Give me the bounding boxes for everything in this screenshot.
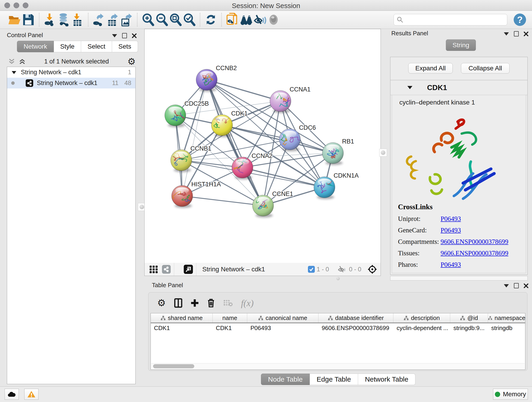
table-row[interactable]: CDK1CDK1P064939606.ENSP00000378699cyclin… (151, 323, 525, 333)
tab-string[interactable]: String (446, 39, 476, 51)
table-cell[interactable]: P06493 (247, 323, 318, 333)
crosslink-link[interactable]: P06493 (441, 261, 461, 268)
crosslink-link[interactable]: P06493 (441, 215, 461, 223)
panel-menu-icon[interactable] (504, 32, 509, 36)
zoom-fit-button[interactable] (169, 13, 182, 27)
column-header-shared-name[interactable]: shared name (151, 313, 213, 323)
network-from-selection-button[interactable] (225, 13, 239, 27)
birdseye-view-icon[interactable] (184, 265, 193, 274)
crosslink-link[interactable]: P06493 (441, 226, 461, 234)
search-field[interactable] (394, 14, 507, 26)
column-header-name[interactable]: name (213, 313, 247, 323)
network-node-CCNE1[interactable]: CCNE1 (253, 191, 293, 217)
grid-view-icon[interactable] (149, 265, 158, 274)
results-scroll-strip[interactable] (390, 276, 528, 281)
show-columns-icon[interactable] (174, 298, 182, 308)
export-table-button[interactable] (106, 13, 120, 27)
table-cell[interactable]: stringdb (488, 323, 525, 333)
entry-expander-icon[interactable] (407, 85, 413, 90)
scrollbar-thumb[interactable] (153, 364, 194, 368)
network-edge[interactable] (182, 196, 263, 206)
crosslink-link[interactable]: 9606.ENSP00000378699 (441, 249, 508, 257)
network-node-CCNB1[interactable]: CCNB1 (170, 145, 211, 172)
column-header--id[interactable]: @id (450, 313, 488, 323)
table-cell[interactable]: CDK1 (213, 323, 247, 333)
column-header-description[interactable]: description (393, 313, 450, 323)
network-collection-row[interactable]: String Network – cdk1 1 (7, 67, 135, 78)
panel-menu-icon[interactable] (112, 34, 117, 37)
help-button[interactable]: ? (514, 13, 526, 26)
export-image-button[interactable] (120, 13, 133, 27)
network-canvas[interactable]: CCNB2CCNA1CDC25BCDK1CDC6RB1CCNB1CCNA2CDK… (144, 29, 381, 263)
open-session-button[interactable] (8, 13, 22, 27)
float-panel-icon[interactable] (514, 31, 519, 36)
import-table-button[interactable] (70, 13, 84, 27)
table-cell[interactable]: 9606.ENSP00000378699 (318, 323, 393, 333)
table-cell[interactable]: CDK1 (151, 323, 213, 333)
delete-column-icon[interactable] (207, 298, 215, 308)
import-network-file-button[interactable] (43, 13, 57, 27)
expander-icon[interactable] (11, 70, 17, 75)
zoom-in-button[interactable] (141, 13, 155, 27)
selected-nodes-checkbox[interactable] (308, 266, 315, 273)
panel-menu-icon[interactable] (504, 284, 509, 287)
memory-button[interactable]: Memory (493, 389, 528, 400)
tab-sets[interactable]: Sets (112, 41, 138, 52)
close-panel-icon[interactable] (524, 283, 528, 288)
cloud-status-button[interactable] (5, 389, 19, 400)
export-network-button[interactable] (92, 13, 106, 27)
hide-selected-button[interactable] (253, 13, 267, 27)
network-options-gear-icon[interactable]: ⚙ (127, 58, 136, 65)
node-label: CCNA2 (252, 153, 273, 159)
network-view-icon[interactable] (162, 265, 171, 274)
tab-node-table[interactable]: Node Table (261, 374, 310, 385)
close-panel-icon[interactable] (132, 33, 137, 38)
first-neighbors-button[interactable] (239, 13, 253, 27)
table-options-gear-icon[interactable]: ⚙ (157, 298, 166, 307)
collapse-all-icon[interactable] (8, 58, 15, 65)
network-node-HIST1H1A[interactable]: HIST1H1A (171, 181, 221, 208)
network-node-CDKN1A[interactable]: CDKN1A (314, 172, 359, 199)
import-database-icon (57, 13, 70, 26)
search-input[interactable] (404, 16, 507, 24)
tab-select[interactable]: Select (81, 41, 112, 52)
expand-all-icon[interactable] (19, 58, 26, 65)
table-cell[interactable]: cyclin-dependent ... (393, 323, 450, 333)
tab-network[interactable]: Network (17, 41, 54, 52)
pan-target-icon[interactable] (367, 264, 377, 274)
network-edge[interactable] (182, 80, 207, 196)
network-node-CCNB2[interactable]: CCNB2 (196, 65, 237, 92)
warning-icon (27, 390, 36, 398)
zoom-out-button[interactable] (155, 13, 169, 27)
import-network-database-button[interactable] (57, 13, 70, 27)
network-row-selected[interactable]: String Network – cdk1 11 48 (7, 78, 135, 89)
tab-network-table[interactable]: Network Table (358, 374, 416, 385)
network-node-RB1[interactable]: RB1 (322, 138, 354, 165)
zoom-selected-button[interactable] (182, 13, 196, 27)
float-panel-icon[interactable] (122, 33, 127, 38)
column-header-database-identifier[interactable]: database identifier (318, 313, 393, 323)
tab-edge-table[interactable]: Edge Table (310, 374, 358, 385)
warnings-button[interactable] (24, 389, 38, 400)
table-cell[interactable]: stringdb:9... (450, 323, 488, 333)
tab-style[interactable]: Style (54, 41, 81, 52)
close-panel-icon[interactable] (524, 32, 528, 36)
show-all-button[interactable] (267, 13, 280, 27)
entry-header[interactable]: CDK1 (390, 80, 527, 95)
collapse-all-button[interactable]: Collapse All (461, 63, 510, 74)
column-header-namespace[interactable]: namespace (488, 313, 525, 323)
network-node-CCNA1[interactable]: CCNA1 (270, 86, 311, 113)
float-panel-icon[interactable] (514, 283, 519, 288)
horizontal-splitter-handle[interactable] (336, 277, 340, 280)
save-session-button[interactable] (22, 13, 35, 27)
table-hscrollbar[interactable] (151, 363, 525, 369)
network-graph[interactable]: CCNB2CCNA1CDC25BCDK1CDC6RB1CCNB1CCNA2CDK… (145, 29, 380, 263)
apply-layout-button[interactable] (204, 13, 218, 27)
expand-all-button[interactable]: Expand All (408, 63, 453, 74)
column-header-canonical-name[interactable]: canonical name (247, 313, 318, 323)
add-column-icon[interactable] (191, 299, 199, 307)
network-edge[interactable] (207, 80, 280, 101)
shared-column-icon (488, 316, 492, 321)
shared-column-icon (460, 316, 465, 321)
crosslink-link[interactable]: 9606.ENSP00000378699 (441, 238, 508, 245)
